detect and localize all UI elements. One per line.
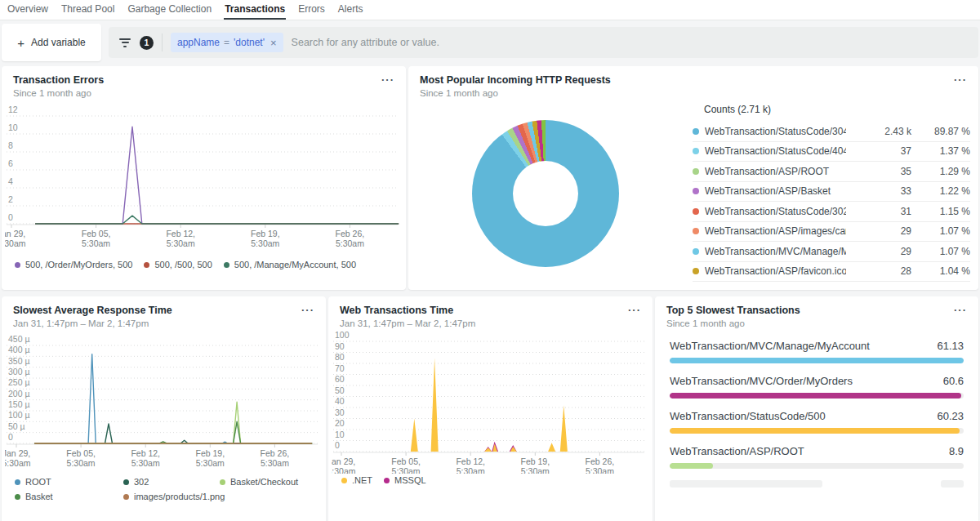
slowest-transaction-row[interactable]: WebTransaction/MVC/Order/MyOrders60.6	[670, 375, 964, 399]
svg-text:100: 100	[335, 332, 350, 340]
http-request-row[interactable]: WebTransaction/MVC/Manage/MyAccou...291.…	[693, 242, 970, 262]
transaction-errors-legend: 500, /Order/MyOrders, 500500, /500, 5005…	[2, 258, 406, 269]
request-name: WebTransaction/ASP/ROOT	[705, 166, 846, 177]
legend-item[interactable]: Basket/Checkout	[220, 477, 313, 487]
svg-text:0: 0	[8, 432, 13, 442]
slowest-transaction-row[interactable]: WebTransaction/StatusCode/50060.23	[670, 410, 964, 434]
legend-label: 500, /Manage/MyAccount, 500	[234, 260, 356, 269]
http-request-row[interactable]: WebTransaction/ASP/ROOT351.29 %	[693, 162, 970, 182]
svg-text:10: 10	[8, 122, 18, 132]
tab-errors[interactable]: Errors	[297, 0, 326, 20]
legend-item[interactable]: 500, /500, 500	[144, 260, 212, 269]
filter-chip-appname[interactable]: appName = 'dotnet' ×	[171, 33, 283, 52]
panel-http-requests: Most Popular Incoming HTTP Requests Sinc…	[408, 66, 978, 290]
legend-label: images/products/1.png	[134, 492, 225, 501]
chip-attribute: appName	[177, 37, 220, 48]
legend-item[interactable]: images/products/1.png	[123, 492, 220, 501]
panel-title: Transaction Errors	[13, 74, 104, 86]
request-name: WebTransaction/MVC/Manage/MyAccou...	[705, 246, 846, 257]
tab-thread-pool[interactable]: Thread Pool	[60, 0, 115, 20]
svg-text:80: 80	[335, 352, 345, 362]
transaction-value: 8.9	[949, 445, 964, 457]
legend-item[interactable]: .NET	[341, 475, 372, 485]
transaction-value: 61.13	[937, 340, 964, 352]
http-request-row[interactable]: WebTransaction/StatusCode/302311.15 %	[693, 202, 970, 222]
svg-text:Feb 05,5:30am: Feb 05,5:30am	[391, 456, 421, 474]
panel-subtitle: Jan 31, 1:47pm – Mar 2, 1:47pm	[13, 318, 172, 328]
panel-web-transactions-time: Web Transactions Time Jan 31, 1:47pm – M…	[328, 296, 653, 521]
svg-text:4: 4	[8, 176, 13, 186]
http-request-row[interactable]: WebTransaction/ASP/images/cart.png291.07…	[693, 222, 970, 243]
chip-close-icon[interactable]: ×	[270, 37, 277, 49]
legend-dot-icon	[123, 494, 129, 500]
http-request-row[interactable]: WebTransaction/ASP/Basket331.22 %	[693, 182, 970, 203]
tab-alerts[interactable]: Alerts	[337, 0, 364, 20]
legend-label: 500, /500, 500	[154, 260, 212, 269]
legend-item[interactable]: 500, /Order/MyOrders, 500	[15, 260, 132, 269]
legend-item[interactable]: ROOT	[15, 477, 123, 487]
svg-text:Jan 29,5:30am: Jan 29,5:30am	[5, 229, 26, 248]
svg-text:Feb 12,5:30am: Feb 12,5:30am	[131, 448, 160, 468]
panel-top5-slowest: Top 5 Slowest Transactions Since 1 month…	[655, 296, 978, 521]
panel-transaction-errors: Transaction Errors Since 1 month ago ···…	[2, 66, 406, 290]
svg-text:10: 10	[335, 430, 345, 439]
legend-dot-icon	[693, 148, 699, 154]
panel-title: Web Transactions Time	[340, 305, 475, 316]
legend-dot-icon	[693, 248, 699, 255]
legend-item[interactable]: 302	[123, 477, 220, 487]
add-variable-label: Add variable	[31, 37, 86, 48]
transaction-errors-chart: 024681012Jan 29,5:30amFeb 05,5:30amFeb 1…	[5, 101, 403, 258]
bar-track	[670, 393, 964, 399]
http-request-row[interactable]: WebTransaction/ASP/favicon.ico281.04 %	[693, 262, 970, 283]
svg-text:Feb 26,5:30am: Feb 26,5:30am	[336, 229, 365, 248]
legend-item[interactable]: MSSQL	[384, 475, 426, 485]
panel-menu-button[interactable]: ···	[628, 305, 641, 316]
bar-track	[670, 463, 964, 469]
filter-funnel-icon[interactable]	[118, 38, 131, 47]
chip-value: 'dotnet'	[234, 37, 265, 48]
filter-count-badge: 1	[140, 36, 154, 50]
http-requests-donut-chart[interactable]	[472, 120, 619, 267]
transaction-line: WebTransaction/ASP/ROOT8.9	[670, 445, 964, 457]
bar-fill	[670, 463, 713, 469]
panel-subtitle: Jan 31, 1:47pm – Mar 2, 1:47pm	[340, 318, 475, 328]
request-count: 37	[846, 145, 911, 157]
search-input[interactable]	[292, 37, 969, 48]
transaction-label: WebTransaction/ASP/ROOT	[670, 445, 804, 457]
svg-text:0: 0	[335, 440, 340, 450]
counts-header: Counts (2.71 k)	[704, 104, 970, 115]
divider	[162, 33, 163, 51]
svg-text:250 µ: 250 µ	[8, 377, 30, 387]
slowest-transaction-row[interactable]: WebTransaction/MVC/Manage/MyAccount61.13	[670, 340, 964, 363]
svg-text:50 µ: 50 µ	[8, 421, 25, 431]
svg-text:0: 0	[8, 212, 13, 222]
svg-text:Feb 12,5:30am: Feb 12,5:30am	[166, 229, 195, 248]
tab-garbage-collection[interactable]: Garbage Collection	[127, 0, 212, 20]
legend-dot-icon	[220, 479, 225, 485]
svg-text:40: 40	[335, 396, 345, 406]
legend-item[interactable]: 500, /Manage/MyAccount, 500	[224, 260, 356, 269]
svg-text:12: 12	[8, 105, 18, 114]
tab-overview[interactable]: Overview	[7, 0, 49, 20]
request-count: 31	[846, 206, 911, 217]
request-percent: 1.07 %	[911, 246, 970, 257]
slowest-transaction-row[interactable]: WebTransaction/ASP/ROOT8.9	[670, 445, 964, 469]
request-count: 29	[846, 225, 911, 237]
legend-dot-icon	[15, 262, 20, 268]
http-request-row[interactable]: WebTransaction/StatusCode/3042.43 k89.87…	[693, 122, 970, 142]
panel-menu-button[interactable]: ···	[301, 305, 314, 316]
svg-text:Feb 19,5:30am: Feb 19,5:30am	[520, 456, 550, 474]
add-variable-button[interactable]: + Add variable	[2, 24, 101, 61]
legend-item[interactable]: Basket	[15, 492, 123, 501]
tab-transactions[interactable]: Transactions	[224, 0, 286, 20]
panel-menu-button[interactable]: ···	[954, 74, 967, 86]
panel-menu-button[interactable]: ···	[381, 74, 394, 86]
request-count: 35	[846, 166, 911, 177]
panel-menu-button[interactable]: ···	[954, 305, 967, 316]
request-name: WebTransaction/ASP/Basket	[705, 185, 846, 197]
http-request-row[interactable]: WebTransaction/StatusCode/404371.37 %	[693, 142, 970, 163]
legend-dot-icon	[384, 478, 390, 483]
panel-slowest-avg-response: Slowest Average Response Time Jan 31, 1:…	[2, 296, 326, 521]
panel-title: Top 5 Slowest Transactions	[666, 305, 800, 316]
attribute-search-bar[interactable]: 1 appName = 'dotnet' ×	[109, 27, 978, 58]
